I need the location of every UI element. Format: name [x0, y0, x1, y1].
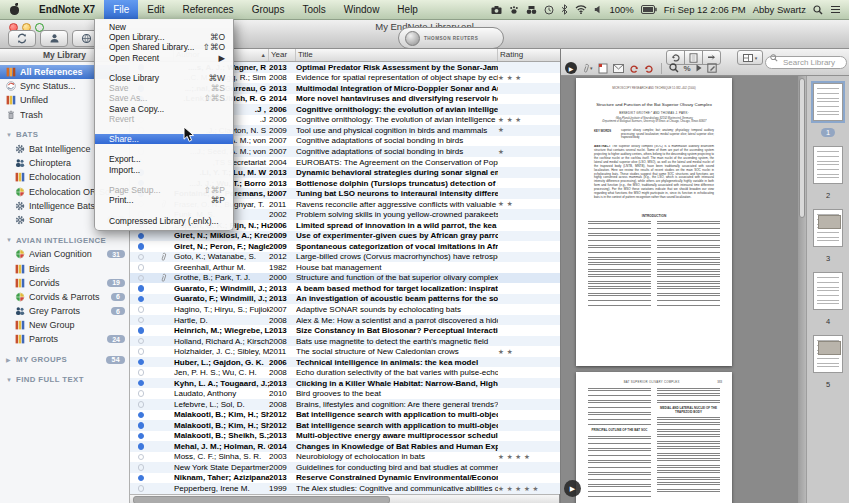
- expand-pdf-button[interactable]: ▶: [564, 480, 581, 497]
- layout-selector-button[interactable]: ▾: [737, 50, 763, 65]
- sidebar-item[interactable]: Parrots 24: [0, 332, 129, 346]
- file-menu-item[interactable]: [95, 205, 233, 215]
- notification-center-icon[interactable]: [830, 5, 841, 14]
- table-row[interactable]: Laudato, Anthony 2010 Bird grooves to th…: [130, 388, 560, 399]
- zoom-percent-button[interactable]: %: [684, 64, 691, 73]
- table-row[interactable]: Kyhn, L. A.; Tougaard, J.; Be... 2013 Cl…: [130, 378, 560, 389]
- menubar-item[interactable]: Help: [388, 0, 427, 19]
- sidebar-item[interactable]: Grey Parrots 6: [0, 304, 129, 318]
- file-menu-item[interactable]: Save As... ⇧⌘S: [95, 93, 233, 103]
- file-menu-item[interactable]: [95, 63, 233, 73]
- menubar-item[interactable]: Window: [335, 0, 389, 19]
- sidebar-item[interactable]: Avian Cognition 31: [0, 247, 129, 261]
- table-row[interactable]: Mehal, J. M.; Holman, R. C.;... 2014 Cha…: [130, 441, 560, 452]
- disclosure-triangle-icon[interactable]: ▼: [6, 237, 13, 243]
- table-row[interactable]: Malakooti, B.; Sheikh, S.; Al-... 2013 M…: [130, 431, 560, 442]
- clock-icon[interactable]: [544, 5, 554, 15]
- rotate-left-button[interactable]: [629, 63, 639, 73]
- table-row[interactable]: Greenhall, Arthur M. 1982 House bat mana…: [130, 262, 560, 273]
- file-menu-item[interactable]: Share...: [95, 134, 233, 144]
- binoculars-icon[interactable]: [526, 5, 537, 15]
- table-row[interactable]: Giret, N.; Miklosi, A.; Kreutze... 2009 …: [130, 231, 560, 242]
- table-row[interactable]: Hartle, D. 2008 Alex & Me: How a scienti…: [130, 315, 560, 326]
- save-pdf-button[interactable]: [598, 63, 608, 74]
- menubar-item[interactable]: Groups: [243, 0, 294, 19]
- table-row[interactable]: Lefebvre, L.; Sol, D. 2008 Brains, lifes…: [130, 399, 560, 410]
- sync-library-button[interactable]: [8, 30, 36, 47]
- sidebar-item[interactable]: Birds: [0, 261, 129, 275]
- file-menu-item[interactable]: Save a Copy...: [95, 104, 233, 114]
- file-menu-item[interactable]: [95, 175, 233, 185]
- menubar-clock[interactable]: Fri Sep 12 2:06 PM: [664, 4, 746, 15]
- menubar-item[interactable]: Edit: [138, 0, 173, 19]
- thumbnail-page-image[interactable]: [813, 209, 843, 247]
- horizontal-scrollbar-thumb[interactable]: [133, 496, 390, 503]
- disclosure-triangle-icon[interactable]: ▼: [6, 377, 13, 383]
- file-menu-item[interactable]: New: [95, 22, 233, 32]
- table-row[interactable]: Grothe, B.; Park, T. J. 2000 Structure a…: [130, 273, 560, 284]
- sidebar-item[interactable]: Corvids & Parrots 6: [0, 290, 129, 304]
- thumbnail-page-image[interactable]: [813, 83, 843, 121]
- file-menu-item[interactable]: Compressed Library (.enlx)...: [95, 216, 233, 226]
- file-menu-item[interactable]: Open Recent ▶: [95, 53, 233, 63]
- file-menu-item[interactable]: Close Library ⌘W: [95, 73, 233, 83]
- table-row[interactable]: Malakooti, B.; Kim, H.; Sheikh, S. 2012 …: [130, 410, 560, 421]
- table-row[interactable]: Heinrich, M.; Wiegrebe, L. 2013 Size Con…: [130, 325, 560, 336]
- table-row[interactable]: Guarato, F.; Windmill, J.; Gac... 2013 A…: [130, 283, 560, 294]
- file-menu-item[interactable]: Page Setup... ⇧⌘P: [95, 185, 233, 195]
- file-menu-item[interactable]: [95, 144, 233, 154]
- thumbnail-page-image[interactable]: [813, 335, 843, 373]
- table-row[interactable]: Goto, K.; Watanabe, S. 2012 Large-billed…: [130, 252, 560, 263]
- thumbnail-page-image[interactable]: [813, 272, 843, 310]
- page-thumbnail[interactable]: 3: [813, 209, 843, 265]
- table-row[interactable]: Giret, N.; Peron, F.; Nagle, L.;... 2009…: [130, 241, 560, 252]
- sidebar-item[interactable]: ▼ AVIAN INTELLIGENCE: [0, 233, 129, 247]
- title-column-header[interactable]: Title: [296, 48, 498, 61]
- camera-icon[interactable]: [491, 5, 502, 15]
- year-column-header[interactable]: Year: [269, 48, 296, 61]
- pdf-vertical-scrollbar[interactable]: [798, 76, 806, 503]
- table-row[interactable]: Niknam, Taher; Azizipanah-... 2013 Reser…: [130, 473, 560, 484]
- file-menu-item[interactable]: Print... ⌘P: [95, 195, 233, 205]
- file-menu-item[interactable]: Import...: [95, 165, 233, 175]
- local-library-mode-button[interactable]: [40, 30, 68, 47]
- sidebar-item[interactable]: ▶ MY GROUPS 54: [0, 353, 129, 367]
- spotlight-search-icon[interactable]: [813, 5, 823, 15]
- email-pdf-button[interactable]: [613, 64, 624, 73]
- page-thumbnail[interactable]: 5: [813, 335, 843, 391]
- disclosure-triangle-icon[interactable]: ▶: [6, 356, 13, 363]
- file-menu-item[interactable]: Export...: [95, 154, 233, 164]
- file-menu-item[interactable]: [95, 124, 233, 134]
- table-row[interactable]: Hagino, T.; Hiryu, S.; Fujioka,... 2007 …: [130, 304, 560, 315]
- table-row[interactable]: Malakooti, B.; Kim, H.; Sheikh, S. 2012 …: [130, 420, 560, 431]
- sidebar-item[interactable]: New Group: [0, 318, 129, 332]
- table-row[interactable]: Huber, L.; Gajdon, G. K. 2006 Technical …: [130, 357, 560, 368]
- horizontal-scrollbar[interactable]: [130, 494, 559, 503]
- file-menu-item[interactable]: Save ⌘S: [95, 83, 233, 93]
- file-menu-item[interactable]: Open Library... ⌘O: [95, 32, 233, 42]
- menubar-item[interactable]: Tools: [293, 0, 334, 19]
- table-row[interactable]: Jen, P. H. S.; Wu, C. H. 2008 Echo durat…: [130, 367, 560, 378]
- menubar-user[interactable]: Abby Swartz: [753, 4, 806, 15]
- sidebar-item[interactable]: ▼ FIND FULL TEXT: [0, 373, 129, 387]
- table-row[interactable]: Holzhaider, J. C.; Sibley, M. D.... 2011…: [130, 346, 560, 357]
- menubar-item[interactable]: EndNote X7: [30, 0, 104, 19]
- thomson-reuters-button[interactable]: THOMSON REUTERS: [398, 27, 504, 49]
- page-thumbnail[interactable]: 2: [813, 146, 843, 202]
- pdf-scrollbar-thumb[interactable]: [799, 78, 805, 218]
- thumbnail-page-image[interactable]: [813, 146, 843, 184]
- table-row[interactable]: Pepperberg, Irene M. 1999 The Alex studi…: [130, 483, 560, 494]
- volume-icon[interactable]: [594, 5, 603, 14]
- menubar-item[interactable]: References: [173, 0, 242, 19]
- table-row[interactable]: Guarato, F.; Windmill, J.; Gac... 2013 A…: [130, 294, 560, 305]
- table-row[interactable]: New York State Department of... 2009 Gui…: [130, 462, 560, 473]
- table-row[interactable]: Holland, Richard A.; Kirschvin... 2008 B…: [130, 336, 560, 347]
- open-pdf-button[interactable]: ▶: [565, 62, 577, 74]
- table-row[interactable]: Moss, C. F.; Sinha, S. R. 2003 Neurobiol…: [130, 452, 560, 463]
- markup-button[interactable]: [707, 63, 717, 73]
- next-page-button[interactable]: [696, 64, 702, 72]
- zoom-button[interactable]: [669, 63, 679, 73]
- rotate-right-button[interactable]: [644, 63, 654, 73]
- attach-file-button[interactable]: ▾: [582, 63, 593, 74]
- apple-menu-icon[interactable]: [9, 4, 20, 15]
